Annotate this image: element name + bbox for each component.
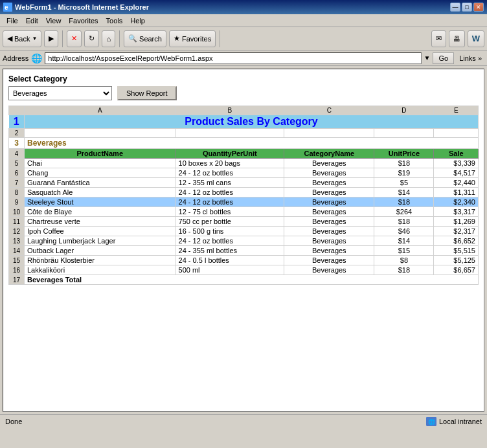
table-row: 8 Sasquatch Ale 24 - 12 oz bottles Bever…: [9, 188, 479, 197]
address-label: Address: [3, 54, 28, 62]
cell-price: $18: [374, 265, 434, 275]
cell-qty: 24 - 12 oz bottles: [176, 188, 284, 197]
favorites-button[interactable]: ★ Favorites: [169, 30, 216, 47]
mail-button[interactable]: ✉: [431, 30, 446, 47]
cell-sale: $5,515: [434, 246, 479, 256]
cell-name: Ipoh Coffee: [25, 227, 176, 236]
cell-sale: $3,339: [434, 159, 479, 168]
menu-bar: File Edit View Favorites Tools Help: [0, 14, 487, 27]
row-num-4: 4: [9, 149, 25, 159]
cell-qty: 750 cc per bottle: [176, 217, 284, 227]
row-num-8: 8: [9, 188, 25, 197]
cell-name: Côte de Blaye: [25, 207, 176, 217]
menu-file[interactable]: File: [3, 16, 22, 26]
cell-qty: 24 - 0.5 l bottles: [176, 256, 284, 265]
menu-tools[interactable]: Tools: [102, 16, 127, 26]
cell-cat: Beverages: [284, 207, 374, 217]
row-num-15: 15: [9, 256, 25, 265]
category-select[interactable]: Beverages Condiments Confections Dairy P…: [8, 86, 112, 100]
home-button[interactable]: ⌂: [102, 30, 115, 47]
toolbar: ◀ Back ▼ ▶ ✕ ↻ ⌂ 🔍 Search ★ Favorites ✉ …: [0, 27, 487, 50]
cell-cat: Beverages: [284, 178, 374, 188]
menu-favorites[interactable]: Favorites: [65, 16, 102, 26]
address-input[interactable]: [45, 52, 421, 64]
category-row: 3 Beverages: [9, 138, 479, 149]
forward-icon: ▶: [49, 34, 54, 43]
stop-button[interactable]: ✕: [67, 30, 82, 47]
refresh-icon: ↻: [89, 34, 95, 43]
home-icon: ⌂: [106, 35, 111, 43]
dropdown-icon[interactable]: ▼: [424, 54, 431, 62]
row-num-6: 6: [9, 168, 25, 178]
cell-qty: 500 ml: [176, 265, 284, 275]
cell-cat: Beverages: [284, 256, 374, 265]
print-icon: 🖶: [453, 35, 460, 43]
toolbar-separator-3: [220, 30, 220, 47]
row-num-2: 2: [9, 129, 25, 138]
row-num-12: 12: [9, 227, 25, 236]
cell-cat: Beverages: [284, 168, 374, 178]
cell-name: Guaraná Fantástica: [25, 178, 176, 188]
title-bar: e WebForm1 - Microsoft Internet Explorer…: [0, 0, 487, 14]
table-row: 15 Rhönbräu Klosterbier 24 - 0.5 l bottl…: [9, 256, 479, 265]
back-icon: ◀: [7, 34, 12, 43]
show-report-button[interactable]: Show Report: [117, 86, 177, 100]
minimize-button[interactable]: —: [450, 3, 460, 12]
cell-qty: 10 boxes x 20 bags: [176, 159, 284, 168]
cell-price: $46: [374, 227, 434, 236]
links-button[interactable]: Links »: [457, 54, 484, 62]
window-controls[interactable]: — □ ✕: [450, 3, 484, 12]
stop-icon: ✕: [71, 34, 77, 43]
cell-qty: 12 - 355 ml cans: [176, 178, 284, 188]
row-num-14: 14: [9, 246, 25, 256]
toolbar-separator-2: [119, 30, 120, 47]
cell-cat: Beverages: [284, 246, 374, 256]
menu-edit[interactable]: Edit: [22, 16, 42, 26]
app-icon: e: [3, 3, 12, 12]
cell-name: Steeleye Stout: [25, 197, 176, 207]
cell-cat: Beverages: [284, 197, 374, 207]
title-row: 1 Product Sales By Category: [9, 115, 479, 129]
cell-price: $5: [374, 178, 434, 188]
favorites-label: Favorites: [182, 35, 211, 43]
maximize-button[interactable]: □: [462, 3, 472, 12]
refresh-button[interactable]: ↻: [84, 30, 99, 47]
cell-qty: 24 - 12 oz bottles: [176, 236, 284, 246]
back-label: Back: [14, 35, 30, 43]
cell-price: $14: [374, 236, 434, 246]
search-button[interactable]: 🔍 Search: [124, 30, 166, 47]
table-row: 12 Ipoh Coffee 16 - 500 g tins Beverages…: [9, 227, 479, 236]
table-row: 10 Côte de Blaye 12 - 75 cl bottles Beve…: [9, 207, 479, 217]
cell-sale: $2,340: [434, 197, 479, 207]
word-button[interactable]: W: [468, 30, 484, 47]
forward-button[interactable]: ▶: [44, 30, 58, 47]
cell-price: $18: [374, 159, 434, 168]
cell-price: $19: [374, 168, 434, 178]
empty-row-2: 2: [9, 129, 479, 138]
back-button[interactable]: ◀ Back ▼: [3, 30, 41, 47]
table-row: 13 Laughing Lumberjack Lager 24 - 12 oz …: [9, 236, 479, 246]
row-num-5: 5: [9, 159, 25, 168]
cell-price: $14: [374, 188, 434, 197]
print-button[interactable]: 🖶: [449, 30, 465, 47]
cell-name: Chartreuse verte: [25, 217, 176, 227]
row-num-3: 3: [9, 138, 25, 149]
row-num-13: 13: [9, 236, 25, 246]
header-row: 4 ProductName QuantityPerUnit CategoryNa…: [9, 149, 479, 159]
go-button[interactable]: Go: [433, 52, 454, 64]
header-sale: Sale: [434, 149, 479, 159]
total-row: 17 Beverages Total: [9, 275, 479, 285]
mail-icon: ✉: [436, 34, 442, 43]
menu-view[interactable]: View: [42, 16, 65, 26]
table-row: 11 Chartreuse verte 750 cc per bottle Be…: [9, 217, 479, 227]
controls-row: Beverages Condiments Confections Dairy P…: [8, 86, 479, 100]
cell-sale: $1,269: [434, 217, 479, 227]
menu-help[interactable]: Help: [126, 16, 149, 26]
svg-text:🌐: 🌐: [428, 418, 436, 426]
svg-text:e: e: [5, 4, 8, 11]
cell-name: Lakkaliköori: [25, 265, 176, 275]
cell-sale: $3,317: [434, 207, 479, 217]
close-button[interactable]: ✕: [473, 3, 484, 12]
cell-cat: Beverages: [284, 217, 374, 227]
cell-qty: 24 - 12 oz bottles: [176, 168, 284, 178]
